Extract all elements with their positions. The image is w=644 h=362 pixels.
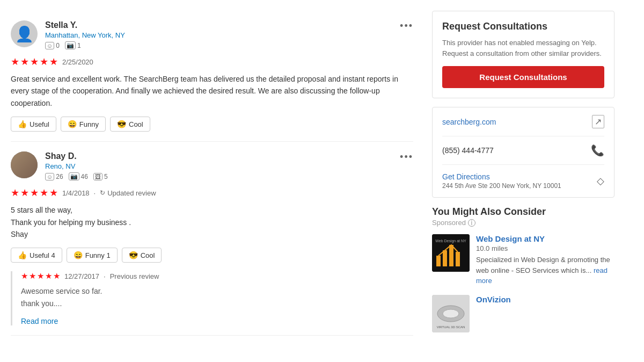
useful-button-stella[interactable]: 👍 Useful	[11, 117, 56, 132]
contact-directions: Get Directions 244 5th Ave Ste 200 New Y…	[442, 165, 604, 197]
action-buttons-stella: 👍 Useful 😄 Funny 😎 Cool	[11, 117, 413, 132]
svg-rect-6	[449, 245, 453, 266]
contact-phone: (855) 444-4777 📞	[442, 136, 604, 165]
svg-point-11	[443, 309, 459, 318]
consultation-title: Request Consultations	[442, 21, 604, 32]
useful-button-shay[interactable]: 👍 Useful 4	[11, 248, 62, 263]
business-item-onvizion: VIRTUAL 3D SCAN OnVizion	[432, 295, 614, 332]
contact-website: searchberg.com ↗	[442, 107, 604, 136]
biz-name-onvizion[interactable]: OnVizion	[476, 295, 614, 304]
action-buttons-shay: 👍 Useful 4 😄 Funny 1 😎 Cool	[11, 248, 413, 263]
review-card-stella: ••• 👤 Stella Y. Manhattan, New York, NY …	[11, 11, 413, 142]
prev-stars: ★ ★ ★ ★ ★	[21, 271, 60, 281]
review-card-shay: ••• Shay D. Reno, NV	[11, 142, 413, 336]
more-menu-shay[interactable]: •••	[400, 151, 413, 163]
avatar-stella: 👤	[11, 20, 38, 47]
external-link-icon: ↗	[592, 115, 604, 128]
funny-button-shay[interactable]: 😄 Funny 1	[67, 248, 118, 263]
prev-review-meta: ★ ★ ★ ★ ★ 12/27/2017 · Previous review	[21, 271, 413, 281]
consultation-desc: This provider has not enabled messaging …	[442, 38, 604, 59]
sponsored-label: Sponsored i	[432, 219, 614, 227]
svg-text:VIRTUAL 3D SCAN: VIRTUAL 3D SCAN	[437, 325, 465, 329]
review-date-shay: 1/4/2018	[62, 189, 90, 197]
reviewer-info-stella: Stella Y. Manhattan, New York, NY ☺ 0 📷 …	[45, 20, 413, 49]
directions-address: 244 5th Ave Ste 200 New York, NY 10001	[442, 182, 561, 190]
biz-thumb-webdesign: Web Design at NY	[432, 234, 470, 272]
website-link[interactable]: searchberg.com	[442, 118, 496, 126]
review-text-shay: 5 stars all the way, Thank you for helpi…	[11, 204, 413, 240]
reviewer-info-shay: Shay D. Reno, NV ☺ 26 📷 46 🖼 5	[45, 151, 413, 180]
reviewer-location-stella: Manhattan, New York, NY	[45, 31, 413, 39]
avatar-shay	[11, 151, 38, 178]
review-meta-stella: ★ ★ ★ ★ ★ 2/25/2020	[11, 56, 413, 68]
previous-review: ★ ★ ★ ★ ★ 12/27/2017 · Previous review A…	[11, 271, 413, 325]
biz-info-onvizion: OnVizion	[476, 295, 614, 304]
svg-text:Web Design at NY: Web Design at NY	[435, 239, 466, 243]
directions-icon: ◇	[597, 175, 604, 187]
stars-shay: ★ ★ ★ ★ ★	[11, 187, 58, 199]
phone-icon: 📞	[591, 144, 604, 157]
useful-icon-shay: 👍	[18, 251, 27, 259]
funny-icon-shay: 😄	[74, 251, 83, 259]
svg-rect-4	[436, 256, 441, 266]
info-icon[interactable]: i	[468, 219, 475, 227]
review-meta-shay: ★ ★ ★ ★ ★ 1/4/2018 · ↻ Updated review	[11, 187, 413, 199]
also-consider-title: You Might Also Consider	[432, 206, 614, 218]
review-date-stella: 2/25/2020	[62, 58, 93, 66]
consultation-button[interactable]: Request Consultations	[442, 66, 604, 88]
cool-icon: 😎	[117, 120, 126, 128]
biz-info-webdesign: Web Design at NY 10.0 miles Specialized …	[476, 234, 614, 286]
directions-link[interactable]: Get Directions	[442, 172, 490, 181]
reviewer-stats-shay: ☺ 26 📷 46 🖼 5	[45, 172, 413, 180]
biz-desc-webdesign: Specialized in Web Design & promoting th…	[476, 255, 614, 286]
business-item-webdesign: Web Design at NY Web Design at NY 10.0 m…	[432, 234, 614, 286]
read-more-link[interactable]: Read more	[21, 317, 58, 325]
reviewer-name-stella[interactable]: Stella Y.	[45, 20, 413, 30]
updated-badge: ↻ Updated review	[100, 189, 156, 197]
biz-name-webdesign[interactable]: Web Design at NY	[476, 234, 614, 243]
reviewer-stats-stella: ☺ 0 📷 1	[45, 41, 413, 49]
reviewer-location-shay: Reno, NV	[45, 162, 413, 170]
contacts-card: searchberg.com ↗ (855) 444-4777 📞 Get Di…	[432, 107, 614, 198]
funny-icon: 😄	[68, 120, 77, 128]
biz-distance-webdesign: 10.0 miles	[476, 244, 614, 252]
funny-button-stella[interactable]: 😄 Funny	[61, 117, 106, 132]
phone-number[interactable]: (855) 444-4777	[442, 146, 494, 155]
cool-button-shay[interactable]: 😎 Cool	[122, 248, 162, 263]
reviewer-name-shay[interactable]: Shay D.	[45, 151, 413, 161]
review-text-stella: Great service and excellent work. The Se…	[11, 73, 413, 109]
also-consider-section: You Might Also Consider Sponsored i Web …	[432, 206, 614, 332]
prev-review-text: Awesome service so far. thank you....	[21, 285, 413, 309]
stars-stella: ★ ★ ★ ★ ★	[11, 56, 58, 68]
consultation-card: Request Consultations This provider has …	[432, 11, 614, 98]
useful-icon: 👍	[18, 120, 27, 128]
svg-rect-5	[443, 250, 447, 266]
svg-rect-7	[456, 252, 460, 266]
cool-button-stella[interactable]: 😎 Cool	[110, 117, 150, 132]
more-menu-stella[interactable]: •••	[400, 20, 413, 32]
prev-review-label: Previous review	[110, 272, 159, 280]
prev-review-date: 12/27/2017	[64, 272, 99, 280]
biz-thumb-onvizion: VIRTUAL 3D SCAN	[432, 295, 470, 332]
cool-icon-shay: 😎	[129, 251, 138, 259]
